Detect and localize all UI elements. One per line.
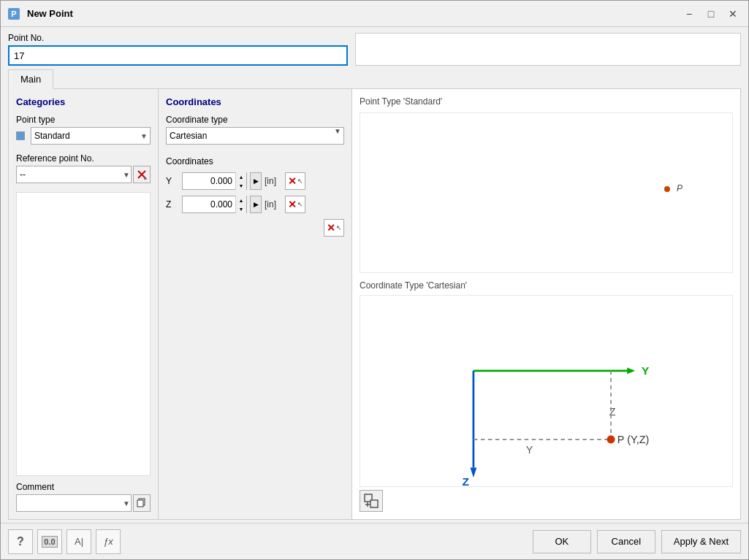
- point-no-group: Point No.: [8, 33, 348, 66]
- cancel-button[interactable]: Cancel: [597, 530, 655, 553]
- minimize-button[interactable]: −: [680, 5, 699, 23]
- y-action-button[interactable]: ✕ ↖: [285, 172, 305, 190]
- z-axis-arrow: [470, 468, 476, 477]
- y-cursor-icon: ↖: [297, 177, 303, 185]
- tab-bar: Main: [1, 69, 748, 88]
- point-type-viz: P: [360, 112, 733, 273]
- z-spin-down[interactable]: ▼: [236, 204, 246, 213]
- extra-cross-icon: ✕: [327, 222, 335, 234]
- close-button[interactable]: ✕: [723, 5, 742, 23]
- z-side-label: Z: [609, 406, 616, 418]
- comment-input-wrapper: ▼: [16, 494, 151, 512]
- z-spin-up[interactable]: ▲: [236, 196, 246, 204]
- p-point: [607, 435, 615, 443]
- title-bar: P New Point − □ ✕: [1, 1, 748, 27]
- y-spin-down[interactable]: ▼: [236, 181, 246, 190]
- y-marker-label: Y: [526, 444, 533, 456]
- svg-text:P: P: [11, 9, 16, 18]
- text-icon: A|: [75, 536, 83, 547]
- reference-point-label: Reference point No.: [16, 153, 151, 164]
- coordinates-panel: Coordinates Coordinate type Cartesian Cy…: [159, 89, 352, 519]
- reference-point-select[interactable]: --: [16, 166, 132, 183]
- categories-title: Categories: [16, 96, 151, 107]
- app-icon: P: [7, 7, 21, 21]
- point-no-label: Point No.: [8, 33, 348, 43]
- y-spin-up[interactable]: ▲: [236, 172, 246, 181]
- z-unit: [in]: [265, 199, 282, 210]
- y-spin-buttons: ▲ ▼: [235, 172, 246, 190]
- ok-button[interactable]: OK: [533, 530, 591, 553]
- y-arrow-button[interactable]: ▶: [250, 172, 262, 190]
- point-type-color-swatch: [16, 131, 25, 140]
- bottom-toolbar: ? 0.0 A| ƒx OK Cancel Apply & Next: [1, 523, 748, 559]
- numeric-icon: 0.0: [42, 536, 57, 548]
- numeric-button[interactable]: 0.0: [37, 529, 62, 554]
- coord-fields: Y ▲ ▼ ▶ [in] ✕ ↖: [166, 172, 344, 237]
- point-type-wrapper: Standard ▼: [16, 127, 151, 145]
- z-axis-label: Z: [462, 475, 469, 486]
- y-axis-label: Y: [642, 364, 650, 377]
- top-section: Point No.: [1, 27, 748, 69]
- z-action-button[interactable]: ✕ ↖: [285, 196, 305, 213]
- coord-type-wrapper: Cartesian Cylindrical Spherical ▼: [166, 127, 344, 145]
- coordinates-title: Coordinates: [166, 96, 344, 107]
- extra-action-button[interactable]: ✕ ↖: [324, 219, 344, 237]
- coord-type-label: Coordinate type: [166, 115, 344, 125]
- reference-point-wrapper: -- ▼: [16, 166, 151, 183]
- formula-icon: ƒx: [103, 536, 113, 547]
- point-type-label: Point type: [16, 115, 151, 125]
- coordinates-sub-title: Coordinates: [166, 156, 344, 166]
- z-coord-row: Z ▲ ▼ ▶ [in] ✕ ↖: [166, 196, 344, 213]
- coord-type-viz: Y Z Z Y P (Y,Z): [360, 295, 733, 487]
- maximize-button[interactable]: □: [702, 5, 721, 23]
- toolbar-right: OK Cancel Apply & Next: [533, 530, 741, 553]
- coord-diagram-svg: Y Z Z Y P (Y,Z): [360, 296, 732, 486]
- z-spin-buttons: ▲ ▼: [235, 196, 246, 213]
- tab-main[interactable]: Main: [8, 69, 53, 89]
- extra-cursor-icon: ↖: [336, 224, 342, 231]
- y-input[interactable]: [183, 173, 235, 189]
- comment-copy-button[interactable]: [133, 494, 151, 512]
- comment-select[interactable]: [16, 494, 132, 512]
- y-cross-icon: ✕: [288, 175, 297, 187]
- toolbar-left: ? 0.0 A| ƒx: [8, 529, 533, 554]
- z-cross-icon: ✕: [288, 199, 297, 210]
- help-button[interactable]: ?: [8, 529, 33, 554]
- coord-type-viz-title: Coordinate Type 'Cartesian': [360, 280, 733, 291]
- z-input[interactable]: [183, 196, 235, 212]
- y-unit: [in]: [265, 176, 282, 186]
- point-p-label: P: [677, 183, 683, 193]
- comment-label: Comment: [16, 482, 151, 492]
- formula-button[interactable]: ƒx: [96, 529, 121, 554]
- y-label: Y: [166, 176, 179, 186]
- extra-action-row: ✕ ↖: [166, 219, 344, 237]
- window-controls: − □ ✕: [680, 5, 742, 23]
- z-label: Z: [166, 199, 179, 210]
- z-cursor-icon: ↖: [297, 201, 303, 208]
- point-type-select[interactable]: Standard: [31, 127, 151, 145]
- main-content: Categories Point type Standard ▼ Referen…: [8, 88, 741, 520]
- text-button[interactable]: A|: [66, 529, 91, 554]
- coord-type-select[interactable]: Cartesian Cylindrical Spherical: [166, 127, 344, 145]
- categories-empty-area: [16, 192, 151, 476]
- pyz-label: P (Y,Z): [617, 434, 649, 445]
- svg-rect-7: [137, 500, 143, 507]
- preview-box: [355, 33, 741, 66]
- reference-point-clear-button[interactable]: [133, 166, 151, 183]
- y-input-wrapper: ▲ ▼: [182, 172, 247, 190]
- viz-action-button[interactable]: [360, 490, 383, 512]
- point-dot: [664, 186, 670, 192]
- svg-rect-9: [370, 500, 378, 507]
- new-point-dialog: P New Point − □ ✕ Point No. Main Categor…: [0, 0, 749, 560]
- y-coord-row: Y ▲ ▼ ▶ [in] ✕ ↖: [166, 172, 344, 190]
- categories-panel: Categories Point type Standard ▼ Referen…: [9, 89, 159, 519]
- y-axis-arrow: [627, 367, 635, 374]
- visualization-panel: Point Type 'Standard' P Coordinate Type …: [352, 89, 740, 519]
- window-title: New Point: [27, 8, 680, 19]
- apply-next-button[interactable]: Apply & Next: [661, 530, 741, 553]
- point-type-viz-title: Point Type 'Standard': [360, 96, 733, 107]
- comment-section: Comment ▼: [16, 482, 151, 512]
- point-no-input[interactable]: [8, 45, 348, 66]
- viz-bottom-row: [360, 487, 733, 512]
- z-arrow-button[interactable]: ▶: [250, 196, 262, 213]
